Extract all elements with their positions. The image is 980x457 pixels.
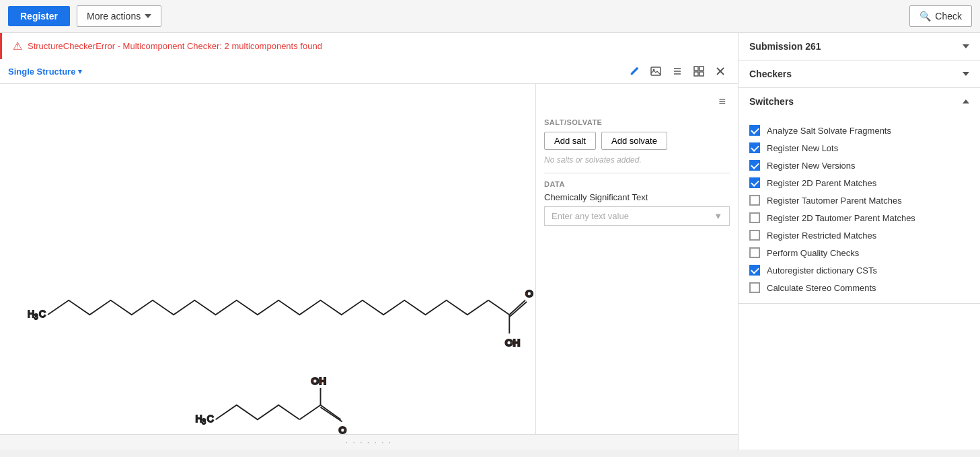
switcher-item[interactable]: Analyze Salt Solvate Fragments <box>749 122 969 139</box>
image-icon-button[interactable] <box>646 63 665 79</box>
switchers-header[interactable]: Switchers <box>739 88 980 115</box>
list-icon-button[interactable] <box>668 63 687 79</box>
checkbox-checked-icon[interactable] <box>749 125 760 136</box>
svg-line-14 <box>488 300 509 315</box>
svg-text:O: O <box>525 288 533 300</box>
switcher-label: Register New Versions <box>767 161 856 171</box>
switcher-item[interactable]: Register New Versions <box>749 157 969 174</box>
svg-text:OH: OH <box>505 337 521 348</box>
submission-section: Submission 261 <box>739 33 980 60</box>
svg-text:H: H <box>195 413 202 424</box>
chem-sig-text-label: Chemically Significant Text <box>544 192 730 202</box>
checkers-header[interactable]: Checkers <box>739 60 980 87</box>
switchers-label: Switchers <box>749 96 794 107</box>
svg-rect-8 <box>700 72 704 76</box>
switcher-item[interactable]: Register 2D Tautomer Parent Matches <box>749 209 969 226</box>
checkbox-unchecked-icon[interactable] <box>749 247 760 258</box>
switcher-label: Register Restricted Matches <box>767 231 876 241</box>
switcher-item[interactable]: Perform Quality Checks <box>749 244 969 261</box>
checkbox-unchecked-icon[interactable] <box>749 282 760 293</box>
switchers-chevron-icon <box>963 99 969 103</box>
switcher-item[interactable]: Register New Lots <box>749 139 969 157</box>
hamburger-menu-button[interactable]: ≡ <box>714 92 730 112</box>
molecule-canvas[interactable]: H 3 C O O <box>0 84 536 434</box>
submission-label: Submission 261 <box>749 41 821 52</box>
switchers-section: Switchers Analyze Salt Solvate Fragments… <box>739 88 980 304</box>
more-actions-chevron-icon <box>145 14 151 18</box>
molecule-svg: H 3 C O O <box>0 84 535 434</box>
switcher-label: Perform Quality Checks <box>767 248 859 258</box>
data-label: DATA <box>544 180 730 188</box>
image-icon <box>650 66 661 77</box>
warning-icon: ⚠ <box>13 40 22 52</box>
register-button[interactable]: Register <box>8 6 70 26</box>
switcher-label: Calculate Stereo Comments <box>767 283 876 293</box>
structure-content: H 3 C O O <box>0 84 738 434</box>
add-solvate-button[interactable]: Add solvate <box>601 132 667 150</box>
bottom-resize-handle[interactable]: · · · · · · · <box>0 434 738 450</box>
svg-text:C: C <box>39 308 46 319</box>
svg-line-25 <box>321 407 342 422</box>
divider <box>544 173 730 173</box>
svg-text:3: 3 <box>34 313 38 321</box>
structure-area: Single Structure ▾ <box>0 59 738 450</box>
switcher-label: Register 2D Tautomer Parent Matches <box>767 213 915 223</box>
checkbox-unchecked-icon[interactable] <box>749 212 760 223</box>
main-layout: ⚠ StructureCheckerError - Multicomponent… <box>0 33 980 450</box>
checkbox-checked-icon[interactable] <box>749 160 760 171</box>
svg-line-23 <box>299 405 320 420</box>
checkbox-checked-icon[interactable] <box>749 265 760 276</box>
side-panel: ≡ SALT/SOLVATE Add salt Add solvate No s… <box>536 84 738 434</box>
handle-dots-icon: · · · · · · · <box>346 438 392 447</box>
check-button[interactable]: 🔍 Check <box>909 5 972 27</box>
svg-line-16 <box>509 302 527 317</box>
svg-rect-0 <box>651 67 661 75</box>
switcher-item[interactable]: Register 2D Parent Matches <box>749 174 969 192</box>
salt-buttons: Add salt Add solvate <box>544 132 730 150</box>
close-icon <box>715 66 726 77</box>
add-salt-button[interactable]: Add salt <box>544 132 596 150</box>
svg-rect-5 <box>694 67 698 71</box>
structure-label[interactable]: Single Structure ▾ <box>8 67 82 77</box>
switcher-item[interactable]: Calculate Stereo Comments <box>749 279 969 296</box>
svg-rect-7 <box>694 72 698 76</box>
error-message: StructureCheckerError - Multicomponent C… <box>28 41 322 51</box>
checkbox-checked-icon[interactable] <box>749 142 760 153</box>
close-icon-button[interactable] <box>711 63 730 79</box>
checkbox-checked-icon[interactable] <box>749 177 760 188</box>
submission-header[interactable]: Submission 261 <box>739 33 980 60</box>
more-actions-button[interactable]: More actions <box>77 5 161 27</box>
list-icon <box>672 66 683 77</box>
hamburger-icon: ≡ <box>718 95 726 109</box>
switcher-item[interactable]: Register Tautomer Parent Matches <box>749 192 969 209</box>
svg-text:OH: OH <box>311 375 327 386</box>
svg-text:O: O <box>338 424 346 434</box>
switcher-item[interactable]: Register Restricted Matches <box>749 226 969 244</box>
no-salts-text: No salts or solvates added. <box>544 155 730 165</box>
checkbox-unchecked-icon[interactable] <box>749 195 760 206</box>
checkers-label: Checkers <box>749 69 792 79</box>
search-icon: 🔍 <box>919 11 931 22</box>
check-label: Check <box>935 11 962 22</box>
edit-icon-button[interactable] <box>625 63 644 79</box>
svg-text:C: C <box>207 413 214 424</box>
svg-rect-6 <box>700 67 704 71</box>
pencil-icon <box>629 66 640 77</box>
text-input-placeholder: Enter any text value <box>552 211 629 221</box>
switchers-content: Analyze Salt Solvate FragmentsRegister N… <box>739 115 980 303</box>
switcher-label: Register 2D Parent Matches <box>767 178 876 188</box>
svg-text:H: H <box>28 308 34 319</box>
error-banner: ⚠ StructureCheckerError - Multicomponent… <box>0 33 738 59</box>
chem-sig-text-input[interactable]: Enter any text value ▼ <box>544 206 730 226</box>
structure-chevron-icon: ▾ <box>78 67 82 76</box>
more-actions-label: More actions <box>87 11 141 22</box>
switcher-item[interactable]: Autoregister dictionary CSTs <box>749 261 969 279</box>
checkbox-unchecked-icon[interactable] <box>749 230 760 241</box>
checkers-section: Checkers <box>739 60 980 88</box>
structure-label-text: Single Structure <box>8 67 75 77</box>
dropdown-arrow-icon: ▼ <box>714 211 722 221</box>
grid-icon-button[interactable] <box>689 63 708 79</box>
svg-text:3: 3 <box>202 417 206 425</box>
top-bar: Register More actions 🔍 Check <box>0 0 980 33</box>
svg-line-15 <box>509 300 525 315</box>
